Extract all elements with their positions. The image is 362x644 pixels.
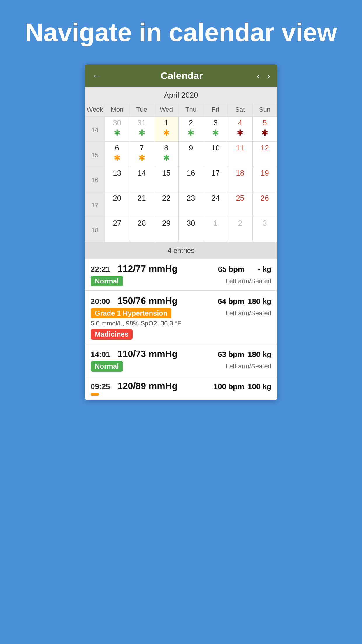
entry-2-position: Left arm/Seated (226, 309, 271, 317)
cal-day-24-apr[interactable]: 24 (203, 192, 228, 217)
prev-month-button[interactable]: ‹ (256, 70, 260, 81)
cal-day-28-apr[interactable]: 28 (129, 217, 154, 242)
entry-4-badge (91, 393, 99, 396)
col-header-sun: Sun (253, 103, 277, 117)
entry-2-badge: Grade 1 Hypertension (91, 308, 171, 318)
cal-day-30-apr[interactable]: 30 (179, 217, 203, 242)
col-header-sat: Sat (228, 103, 252, 117)
entry-1-time: 22:21 (91, 265, 114, 274)
entry-4-time: 09:25 (91, 382, 114, 391)
col-header-fri: Fri (203, 103, 228, 117)
cal-day-3-apr[interactable]: 3✱ (203, 117, 228, 142)
cal-day-31-mar[interactable]: 31✱ (129, 117, 154, 142)
cal-day-2-may[interactable]: 2 (228, 217, 252, 242)
hero-title: Navigate in calendar view (1, 0, 360, 64)
cal-day-1-may[interactable]: 1 (203, 217, 228, 242)
cal-day-6-apr[interactable]: 6✱ (105, 142, 129, 167)
week-18: 18 (85, 217, 105, 242)
cal-day-27-apr[interactable]: 27 (105, 217, 129, 242)
cal-day-11-apr[interactable]: 11 (228, 142, 252, 167)
cal-day-12-apr[interactable]: 12 (253, 142, 277, 167)
entry-3-bpm: 63 bpm (218, 350, 244, 359)
cal-day-2-apr[interactable]: 2✱ (179, 117, 203, 142)
entry-3-kg: 180 kg (248, 350, 271, 359)
next-month-button[interactable]: › (267, 70, 270, 81)
cal-day-29-apr[interactable]: 29 (154, 217, 179, 242)
entry-4-kg: 100 kg (248, 382, 271, 391)
cal-day-30-mar[interactable]: 30✱ (105, 117, 129, 142)
entry-1-position: Left arm/Seated (226, 277, 271, 285)
cal-day-7-apr[interactable]: 7✱ (129, 142, 154, 167)
header-nav: ‹ › (256, 70, 270, 81)
entry-2-kg: 180 kg (248, 297, 271, 306)
cal-day-18-apr[interactable]: 18 (228, 167, 252, 192)
entry-1-bpm: 65 bpm (218, 265, 245, 274)
cal-day-15-apr[interactable]: 15 (154, 167, 179, 192)
cal-day-4-apr[interactable]: 4✱ (228, 117, 252, 142)
cal-day-25-apr[interactable]: 25 (228, 192, 252, 217)
calendar-grid: Week Mon Tue Wed Thu Fri Sat Sun 14 30✱ … (85, 103, 277, 242)
entry-row-4[interactable]: 09:25 120/89 mmHg 100 bpm 100 kg (85, 376, 277, 400)
cal-day-13-apr[interactable]: 13 (105, 167, 129, 192)
cal-day-17-apr[interactable]: 17 (203, 167, 228, 192)
cal-day-8-apr[interactable]: 8✱ (154, 142, 179, 167)
app-container: ← Calendar ‹ › April 2020 Week Mon Tue W… (85, 64, 277, 400)
back-button[interactable]: ← (92, 69, 102, 82)
cal-day-23-apr[interactable]: 23 (179, 192, 203, 217)
entry-1-kg: - kg (248, 265, 271, 274)
entry-row-2[interactable]: 20:00 150/76 mmHg 64 bpm 180 kg Grade 1 … (85, 291, 277, 344)
entry-4-bp: 120/89 mmHg (117, 381, 210, 391)
app-header: ← Calendar ‹ › (85, 64, 277, 87)
cal-day-20-apr[interactable]: 20 (105, 192, 129, 217)
week-14: 14 (85, 117, 105, 142)
cal-day-16-apr[interactable]: 16 (179, 167, 203, 192)
cal-day-14-apr[interactable]: 14 (129, 167, 154, 192)
entry-4-bpm: 100 bpm (214, 382, 245, 391)
cal-day-22-apr[interactable]: 22 (154, 192, 179, 217)
entry-3-position: Left arm/Seated (226, 363, 271, 370)
entry-row-3[interactable]: 14:01 110/73 mmHg 63 bpm 180 kg Normal L… (85, 344, 277, 376)
entry-3-time: 14:01 (91, 350, 114, 359)
calendar-month-label: April 2020 (85, 87, 277, 103)
entry-1-bp: 112/77 mmHg (117, 263, 215, 274)
entry-2-time: 20:00 (91, 297, 114, 306)
entries-count: 4 entries (85, 242, 277, 259)
cal-day-9-apr[interactable]: 9 (179, 142, 203, 167)
entry-2-bp: 150/76 mmHg (117, 295, 214, 306)
col-header-week: Week (85, 103, 105, 117)
entry-2-extra: 5.6 mmol/L, 98% SpO2, 36.3 °F (91, 320, 271, 327)
cal-day-21-apr[interactable]: 21 (129, 192, 154, 217)
header-title: Calendar (107, 70, 256, 81)
cal-day-19-apr[interactable]: 19 (253, 167, 277, 192)
week-16: 16 (85, 167, 105, 192)
calendar-section: April 2020 Week Mon Tue Wed Thu Fri Sat … (85, 87, 277, 400)
col-header-tue: Tue (129, 103, 154, 117)
entry-2-bpm: 64 bpm (218, 297, 244, 306)
entry-3-bp: 110/73 mmHg (117, 349, 214, 359)
col-header-mon: Mon (105, 103, 129, 117)
entry-3-badge: Normal (91, 361, 123, 372)
cal-day-26-apr[interactable]: 26 (253, 192, 277, 217)
entry-row-1[interactable]: 22:21 112/77 mmHg 65 bpm - kg Normal Lef… (85, 259, 277, 291)
week-17: 17 (85, 192, 105, 217)
cal-day-3-may[interactable]: 3 (253, 217, 277, 242)
col-header-thu: Thu (179, 103, 203, 117)
entry-2-medicines-container: Madicines (91, 329, 271, 340)
entry-2-medicines-badge: Madicines (91, 329, 133, 340)
col-header-wed: Wed (154, 103, 179, 117)
cal-day-5-apr[interactable]: 5✱ (253, 117, 277, 142)
cal-day-10-apr[interactable]: 10 (203, 142, 228, 167)
cal-day-1-apr[interactable]: 1✱ (154, 117, 179, 142)
week-15: 15 (85, 142, 105, 167)
entry-1-badge: Normal (91, 276, 123, 286)
